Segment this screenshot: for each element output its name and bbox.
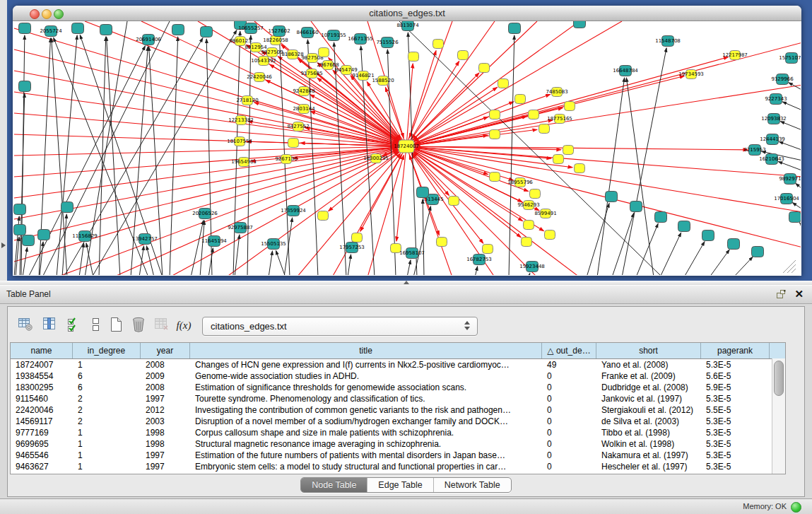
column-header-out_de[interactable]: △ out_de… — [542, 343, 596, 358]
table-cell[interactable]: Yano et al. (2008) — [596, 359, 701, 370]
graph-node[interactable] — [408, 52, 419, 62]
tab-edge-table[interactable]: Edge Table — [367, 478, 433, 492]
table-cell[interactable]: 5.3E-5 — [701, 438, 770, 450]
table-cell[interactable]: Structural magnetic resonance image aver… — [190, 438, 542, 450]
scrollbar-thumb[interactable] — [774, 361, 784, 396]
graph-node[interactable] — [530, 189, 541, 199]
delete-table-button[interactable] — [153, 316, 172, 334]
graph-node[interactable] — [449, 197, 459, 206]
graph-node[interactable] — [575, 164, 585, 173]
column-header-title[interactable]: title — [190, 343, 542, 358]
table-cell[interactable]: 2 — [73, 404, 141, 416]
table-cell[interactable]: 0 — [542, 370, 596, 382]
table-row[interactable]: 911546021997Tourette syndrome. Phenomeno… — [11, 393, 785, 404]
table-row[interactable]: 1830029562008Estimation of significance … — [11, 382, 785, 393]
table-cell[interactable]: 0 — [542, 404, 596, 416]
table-mode-button[interactable] — [18, 316, 36, 334]
table-cell[interactable]: 9465546 — [11, 450, 73, 461]
graph-node[interactable] — [553, 155, 564, 164]
table-cell[interactable]: 5.5E-5 — [701, 404, 770, 416]
column-header-in_degree[interactable]: in_degree — [73, 343, 141, 358]
table-cell[interactable]: 5.9E-5 — [701, 382, 770, 393]
graph-node[interactable] — [539, 124, 550, 134]
graph-node[interactable] — [498, 79, 509, 88]
table-cell[interactable]: 18300295 — [11, 382, 73, 393]
graph-node[interactable] — [352, 233, 363, 243]
graph-node[interactable] — [201, 27, 213, 37]
table-cell[interactable]: 22420046 — [11, 404, 73, 416]
table-cell[interactable]: 2008 — [141, 382, 190, 393]
table-cell[interactable]: 0 — [542, 461, 596, 472]
graph-node[interactable] — [509, 23, 521, 34]
table-cell[interactable]: 0 — [542, 438, 596, 450]
close-panel-icon[interactable]: ✕ — [794, 287, 804, 301]
table-cell[interactable]: 5.3E-5 — [701, 416, 770, 427]
table-cell[interactable]: 5.3E-5 — [701, 393, 770, 404]
column-header-year[interactable]: year — [141, 343, 190, 358]
table-cell[interactable]: 2 — [73, 416, 141, 427]
graph-node[interactable] — [565, 102, 575, 111]
table-cell[interactable]: 1997 — [141, 393, 190, 404]
table-cell[interactable]: Disruption of a novel member of a sodium… — [190, 416, 542, 427]
table-cell[interactable]: Investigating the contribution of common… — [190, 404, 542, 416]
table-cell[interactable]: 0 — [542, 382, 596, 393]
table-cell[interactable]: 1 — [73, 450, 141, 461]
graph-node[interactable] — [38, 230, 50, 240]
graph-node[interactable] — [19, 23, 31, 34]
graph-node[interactable] — [545, 230, 555, 240]
table-cell[interactable]: 0 — [542, 450, 596, 461]
table-cell[interactable]: Estimation of significance thresholds fo… — [190, 382, 542, 393]
function-builder-button[interactable]: f(x) — [175, 316, 193, 334]
tab-network-table[interactable]: Network Table — [433, 478, 511, 492]
graph-node[interactable] — [702, 230, 714, 241]
table-cell[interactable]: 2 — [73, 393, 141, 404]
table-cell[interactable]: Nakamura et al. (1997) — [596, 450, 701, 461]
graph-node[interactable] — [19, 81, 31, 92]
graph-node[interactable] — [483, 245, 493, 254]
graph-node[interactable] — [479, 64, 490, 73]
hidden-panel-arrow-icon[interactable] — [1, 243, 6, 248]
graph-node[interactable] — [606, 192, 618, 202]
table-cell[interactable]: 49 — [542, 359, 596, 370]
table-cell[interactable]: 2012 — [141, 404, 190, 416]
table-cell[interactable]: 5.3E-5 — [701, 461, 770, 472]
graph-node[interactable] — [61, 202, 73, 213]
float-panel-icon[interactable] — [775, 288, 787, 300]
graph-node[interactable] — [172, 25, 184, 35]
table-cell[interactable]: 1 — [73, 427, 141, 438]
table-cell[interactable]: Tibbo et al. (1998) — [596, 427, 701, 438]
table-cell[interactable]: 2009 — [141, 370, 190, 382]
table-row[interactable]: 1938455462009Genome-wide association stu… — [11, 370, 785, 382]
graph-node[interactable] — [288, 139, 299, 148]
table-cell[interactable]: 5.3E-5 — [701, 450, 770, 461]
table-cell[interactable]: 5.3E-5 — [701, 427, 770, 438]
graph-node[interactable] — [522, 238, 532, 247]
table-cell[interactable]: Dudbridge et al. (2008) — [596, 382, 701, 393]
table-cell[interactable]: Changes of HCN gene expression and I(f) … — [190, 359, 542, 370]
table-cell[interactable]: 5.6E-5 — [701, 370, 770, 382]
table-cell[interactable]: 14569117 — [11, 416, 73, 427]
column-header-pagerank[interactable]: pagerank — [701, 343, 770, 358]
memory-status-icon[interactable] — [791, 502, 801, 513]
table-selector-dropdown[interactable]: citations_edges.txt — [202, 317, 478, 336]
graph-node[interactable] — [490, 130, 500, 139]
table-cell[interactable]: 0 — [542, 416, 596, 427]
graph-node[interactable] — [752, 247, 764, 257]
new-column-button[interactable] — [108, 316, 126, 334]
table-row[interactable]: 969969511998Structural magnetic resonanc… — [11, 438, 785, 450]
graph-node[interactable] — [574, 18, 586, 28]
table-cell[interactable]: Hescheler et al. (1997) — [596, 461, 701, 472]
table-cell[interactable]: Jankovic et al. (1997) — [596, 393, 701, 404]
unselect-all-button[interactable] — [88, 316, 106, 334]
graph-node[interactable] — [458, 51, 469, 60]
splitter-collapse-icon[interactable] — [404, 281, 409, 284]
graph-node[interactable] — [524, 221, 534, 230]
table-cell[interactable]: 2008 — [141, 359, 190, 370]
table-cell[interactable]: 19384554 — [11, 370, 73, 382]
table-cell[interactable]: 2003 — [141, 416, 190, 427]
graph-node[interactable] — [789, 212, 801, 223]
graph-node[interactable] — [100, 25, 112, 35]
table-cell[interactable]: 1998 — [141, 438, 190, 450]
column-header-short[interactable]: short — [596, 343, 701, 358]
table-row[interactable]: 1872400712008Changes of HCN gene express… — [11, 359, 785, 370]
